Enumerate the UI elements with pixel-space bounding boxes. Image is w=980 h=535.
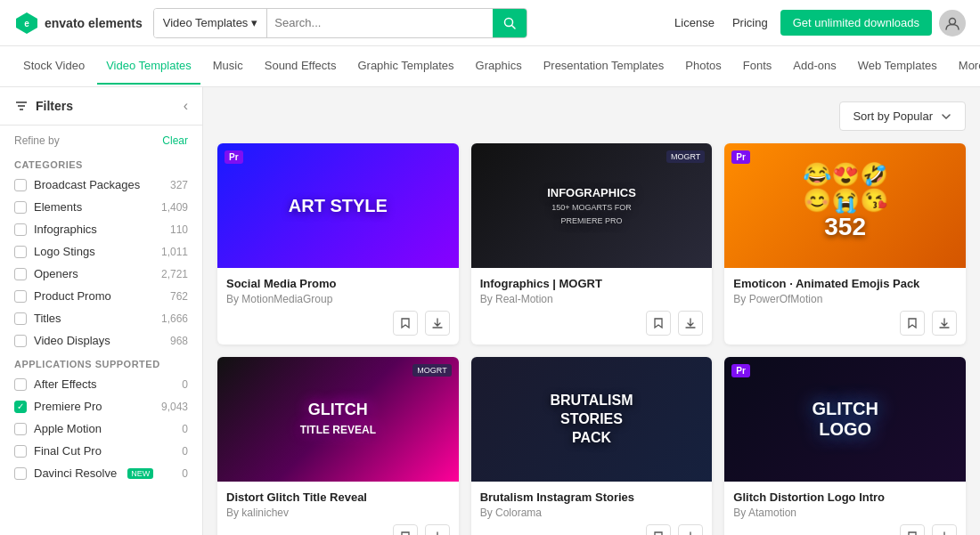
filter-label-logo-stings: Logo Stings [34, 245, 95, 258]
filter-label-premiere-pro: Premiere Pro [34, 400, 102, 413]
cat-sound-effects[interactable]: Sound Effects [256, 48, 346, 85]
filter-count-final-cut-pro: 0 [182, 445, 188, 458]
cat-graphic-templates[interactable]: Graphic Templates [348, 48, 462, 85]
bookmark-icon [906, 317, 919, 329]
sort-chevron-icon [940, 110, 952, 123]
cat-video-templates[interactable]: Video Templates [97, 48, 200, 85]
filter-apple-motion[interactable]: Apple Motion 0 [0, 417, 202, 440]
clear-button[interactable]: Clear [162, 134, 188, 147]
download-button-infographics[interactable] [678, 311, 703, 336]
cat-presentation-templates[interactable]: Presentation Templates [535, 48, 674, 85]
checkbox-titles[interactable] [14, 312, 27, 325]
bookmark-button-brutalism[interactable] [646, 524, 671, 535]
cat-add-ons[interactable]: Add-ons [784, 48, 845, 85]
filter-video-displays[interactable]: Video Displays 968 [0, 329, 202, 352]
bookmark-icon [399, 317, 412, 329]
card-title-emoticons: Emoticon · Animated Emojis Pack [733, 277, 957, 290]
pr-badge: Pr [225, 150, 243, 164]
bookmark-icon [652, 531, 665, 535]
filter-count-product-promo: 762 [170, 290, 188, 303]
logo[interactable]: e envato elements [14, 11, 143, 36]
card-title-infographics: Infographics | MOGRT [480, 277, 704, 290]
logo-text: envato elements [45, 16, 143, 30]
card-infographics-mogrt[interactable]: MOGRT INFOGRAPHICS150+ MOGARTS FOR PREMI… [471, 143, 713, 345]
svg-point-4 [950, 18, 956, 24]
card-emoticons[interactable]: Pr 😂😍🤣😊😭😘 352 Emoticon · Animated Emojis… [724, 143, 966, 345]
search-button[interactable] [493, 9, 527, 37]
filter-titles[interactable]: Titles 1,666 [0, 307, 202, 329]
download-button-brutalism[interactable] [678, 524, 703, 535]
cat-fonts[interactable]: Fonts [734, 48, 781, 85]
card-thumb-emoticons: Pr 😂😍🤣😊😭😘 352 [724, 143, 966, 268]
thumb-text-brutalism: BRUTALISMSTORIESPACK [550, 392, 633, 447]
bookmark-button-distort-glitch[interactable] [393, 524, 418, 535]
checkbox-apple-motion[interactable] [14, 423, 27, 435]
card-actions-brutalism [480, 524, 704, 535]
checkbox-product-promo[interactable] [14, 290, 27, 303]
filter-label-openers: Openers [34, 267, 78, 280]
bookmark-button-social-media-promo[interactable] [393, 311, 418, 336]
categories-section-label: Categories [0, 152, 202, 174]
card-author-infographics: By Real-Motion [480, 293, 704, 305]
card-brutalism-stories[interactable]: BRUTALISMSTORIESPACK Brutalism Instagram… [471, 357, 713, 535]
filter-count-openers: 2,721 [161, 268, 188, 280]
download-button-social-media-promo[interactable] [425, 311, 450, 336]
filter-final-cut-pro[interactable]: Final Cut Pro 0 [0, 440, 202, 462]
filter-broadcast-packages[interactable]: Broadcast Packages 327 [0, 174, 202, 196]
card-author-distort-glitch: By kalinichev [226, 507, 450, 519]
pr-badge-emoticons: Pr [731, 150, 750, 164]
filter-premiere-pro[interactable]: Premiere Pro 9,043 [0, 395, 202, 417]
cat-music[interactable]: Music [204, 48, 252, 85]
download-icon [938, 531, 951, 535]
cat-photos[interactable]: Photos [676, 48, 730, 85]
avatar[interactable] [939, 10, 966, 36]
checkbox-elements[interactable] [14, 201, 27, 214]
sort-dropdown[interactable]: Sort by Popular [839, 101, 966, 131]
filter-product-promo[interactable]: Product Promo 762 [0, 285, 202, 307]
download-button-glitch-logo[interactable] [932, 524, 957, 535]
download-button-emoticons[interactable] [932, 311, 957, 336]
bookmark-button-glitch-logo[interactable] [900, 524, 925, 535]
thumb-text-social: ART STYLE [289, 196, 388, 216]
bookmark-button-emoticons[interactable] [900, 311, 925, 336]
collapse-sidebar-button[interactable]: ‹ [184, 98, 188, 114]
checkbox-logo-stings[interactable] [14, 246, 27, 258]
checkbox-openers[interactable] [14, 268, 27, 280]
download-icon [431, 531, 444, 535]
checkbox-premiere-pro[interactable] [14, 401, 27, 413]
filter-label-video-displays: Video Displays [34, 334, 110, 347]
card-distort-glitch[interactable]: MOGRT GLITCHTITLE REVEAL Distort Glitch … [217, 357, 459, 535]
checkbox-infographics[interactable] [14, 223, 27, 236]
checkbox-final-cut-pro[interactable] [14, 445, 27, 458]
card-glitch-logo[interactable]: Pr GLITCHLOGO Glitch Distortion Logo Int… [724, 357, 966, 535]
filter-count-apple-motion: 0 [182, 423, 188, 435]
filter-logo-stings[interactable]: Logo Stings 1,011 [0, 240, 202, 263]
cat-graphics[interactable]: Graphics [467, 48, 531, 85]
cards-grid: Pr ART STYLE Social Media Promo By Motio… [217, 143, 966, 535]
filter-after-effects[interactable]: After Effects 0 [0, 373, 202, 395]
card-actions-distort-glitch [226, 524, 450, 535]
cat-stock-video[interactable]: Stock Video [14, 48, 94, 85]
cat-more[interactable]: More [950, 48, 980, 85]
checkbox-davinci-resolve[interactable] [14, 467, 27, 480]
download-button-distort-glitch[interactable] [425, 524, 450, 535]
checkbox-after-effects[interactable] [14, 378, 27, 391]
cat-web-templates[interactable]: Web Templates [849, 48, 946, 85]
card-social-media-promo[interactable]: Pr ART STYLE Social Media Promo By Motio… [217, 143, 459, 345]
checkbox-video-displays[interactable] [14, 335, 27, 347]
search-dropdown[interactable]: Video Templates ▾ [154, 9, 268, 37]
cta-button[interactable]: Get unlimited downloads [780, 10, 932, 36]
filter-davinci-resolve[interactable]: Davinci Resolve NEW 0 [0, 462, 202, 484]
license-link[interactable]: License [669, 12, 720, 33]
card-title-social-media-promo: Social Media Promo [226, 277, 450, 290]
bookmark-button-infographics[interactable] [646, 311, 671, 336]
filter-elements[interactable]: Elements 1,409 [0, 196, 202, 218]
card-actions-emoticons [733, 311, 957, 336]
search-input[interactable] [267, 9, 492, 37]
pricing-link[interactable]: Pricing [727, 12, 773, 33]
filter-infographics[interactable]: Infographics 110 [0, 218, 202, 240]
filter-openers[interactable]: Openers 2,721 [0, 263, 202, 285]
card-thumb-distort-glitch: MOGRT GLITCHTITLE REVEAL [217, 357, 459, 482]
card-actions-infographics [480, 311, 704, 336]
checkbox-broadcast-packages[interactable] [14, 179, 27, 191]
